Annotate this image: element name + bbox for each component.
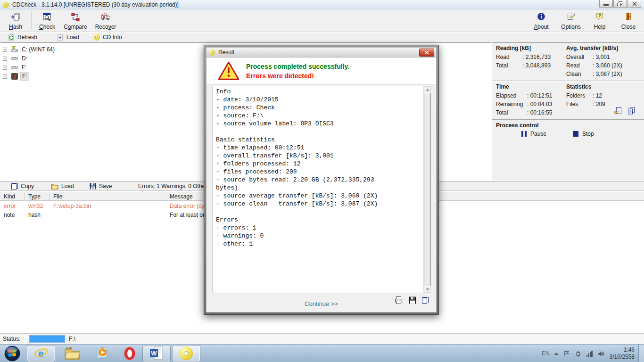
column-divider[interactable]: [166, 193, 167, 200]
column-divider[interactable]: [50, 193, 50, 200]
compare-button[interactable]: Compare: [60, 10, 91, 31]
refresh-icon: [8, 34, 15, 41]
cell-file: F:\setup-3a.bin: [53, 203, 91, 209]
progress-bar: [29, 335, 65, 343]
taskbar-windows-explorer[interactable]: [58, 346, 86, 362]
time-remaining-value: : 00:04:03: [527, 101, 552, 107]
help-icon: ?: [595, 12, 604, 21]
windows-explorer-icon: [64, 346, 80, 361]
taskbar-word[interactable]: W: [143, 346, 170, 362]
start-button[interactable]: [1, 346, 24, 362]
exit-door-icon: [624, 12, 633, 21]
svg-text:3: 3: [13, 74, 16, 80]
dialog-status-errors: Errors were detected!: [246, 72, 314, 80]
view-report-icon[interactable]: [614, 107, 622, 115]
close-app-button[interactable]: Close: [616, 10, 641, 31]
hash-button[interactable]: Hash: [2, 10, 29, 31]
copy-stats-icon[interactable]: [627, 107, 635, 115]
help-button[interactable]: ? Help: [587, 10, 612, 31]
expand-icon[interactable]: +: [3, 57, 7, 61]
tree-item-f-drive[interactable]: + 3 F:: [0, 72, 29, 81]
recover-button[interactable]: Recover: [91, 10, 120, 31]
minimize-icon: [603, 4, 609, 6]
taskbar-clock[interactable]: 1:46 3/10/2558: [610, 346, 635, 361]
safely-remove-hardware-button[interactable]: [575, 350, 582, 357]
cell-kind: note: [4, 212, 15, 218]
main-toolbar: Hash Check Compare Recover: [0, 9, 644, 32]
about-button[interactable]: About: [528, 10, 554, 31]
load-log-button[interactable]: Load: [51, 182, 74, 190]
tree-item-d-drive[interactable]: + D:: [0, 54, 29, 63]
options-button[interactable]: Options: [556, 10, 586, 31]
column-divider[interactable]: [25, 193, 25, 200]
expand-icon[interactable]: +: [3, 74, 7, 79]
vertical-scrollbar[interactable]: [423, 86, 430, 293]
tree-item-e-drive[interactable]: + E:: [0, 63, 28, 72]
refresh-button[interactable]: Refresh: [8, 33, 37, 42]
pause-button[interactable]: Pause: [521, 131, 546, 137]
taskbar-internet-explorer[interactable]: e: [27, 346, 55, 362]
taskbar-cdcheck[interactable]: [173, 346, 200, 362]
column-kind[interactable]: Kind: [4, 193, 15, 200]
network-signal-icon[interactable]: [586, 351, 593, 357]
recover-icon: [100, 12, 111, 22]
taskbar-opera[interactable]: [116, 346, 143, 362]
load-arrow-icon: [57, 34, 64, 41]
app-titlebar: CDCheck - 3.1.14.0 [UNREGISTERED (30 day…: [0, 0, 644, 9]
svg-text:W: W: [151, 350, 157, 357]
hidden-icons-button[interactable]: [554, 353, 558, 355]
about-label: About: [534, 24, 548, 30]
load-tree-button[interactable]: Load: [57, 33, 79, 42]
time-elapsed-value: : 00:12:51: [527, 92, 552, 99]
expand-icon[interactable]: +: [3, 48, 7, 52]
minimize-button[interactable]: [599, 0, 613, 8]
column-type[interactable]: Type: [28, 193, 41, 200]
scrollbar-thumb[interactable]: [424, 94, 430, 285]
status-bar: Status: F:\: [0, 333, 644, 344]
drive-toolbar: Refresh Load CD Info: [0, 32, 644, 42]
dialog-titlebar[interactable]: Result: [206, 47, 437, 58]
save-floppy-icon: [90, 183, 96, 189]
tree-item-label: C: (WIN7 64): [20, 46, 56, 53]
save-log-button[interactable]: Save: [90, 182, 112, 190]
copy-log-button[interactable]: Copy: [11, 182, 34, 190]
internet-explorer-icon: e: [33, 346, 49, 361]
restore-icon-front: [617, 3, 621, 6]
cell-message: For at least or: [170, 212, 205, 218]
avg-clean-value: : 3,087 (2X): [593, 71, 622, 77]
column-file[interactable]: File: [53, 193, 62, 200]
process-stats-panel: Reading [kB] Read: 2,316,733 Total: 3,04…: [492, 42, 644, 181]
app-cd-icon: [2, 1, 9, 8]
time-title: Time: [496, 83, 552, 90]
taskbar: e W EN: [0, 344, 644, 362]
cd-drive-icon: [11, 55, 18, 62]
cell-type: win32: [28, 203, 43, 209]
scroll-up-icon: [426, 89, 429, 91]
scroll-up-button[interactable]: [424, 86, 431, 93]
language-indicator[interactable]: EN: [542, 350, 550, 357]
close-window-button[interactable]: [627, 0, 641, 8]
check-button[interactable]: Check: [34, 10, 60, 31]
result-text-area[interactable]: Info - date: 3/10/2015 - process: Check …: [213, 86, 431, 293]
usb-plug-icon: [575, 350, 582, 357]
taskbar-media-player[interactable]: [89, 346, 116, 362]
scroll-down-button[interactable]: [424, 286, 431, 293]
expand-icon[interactable]: +: [3, 66, 7, 70]
action-center-button[interactable]: [563, 350, 570, 357]
restore-button[interactable]: [613, 0, 627, 8]
show-desktop-button[interactable]: [638, 345, 644, 362]
continue-link[interactable]: Continue >>: [206, 300, 436, 307]
cd-info-button[interactable]: CD Info: [93, 33, 122, 42]
result-text[interactable]: Info - date: 3/10/2015 - process: Check …: [213, 86, 423, 293]
reading-total-label: Total: [496, 62, 522, 69]
cell-kind: error: [4, 203, 16, 209]
avg-overall-label: Overall: [566, 54, 593, 60]
opera-icon: [122, 346, 137, 361]
volume-button[interactable]: [597, 350, 605, 357]
dialog-close-button[interactable]: [419, 49, 434, 57]
tree-item-c-drive[interactable]: + C: (WIN7 64): [0, 45, 56, 54]
stats-folders-value: : 12: [593, 92, 602, 99]
tree-item-label-selected: F:: [20, 72, 29, 81]
column-message[interactable]: Message: [170, 193, 193, 200]
stop-button[interactable]: Stop: [573, 131, 594, 137]
